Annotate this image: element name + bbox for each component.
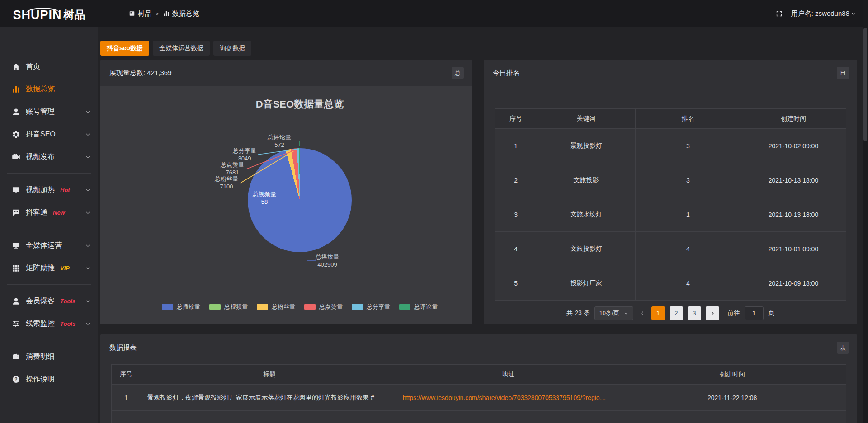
pie-label-5: 总分享量3049 [223,147,266,162]
table-cell: 2021-11-22 12:08 [618,385,846,411]
chevron-down-icon [85,298,91,304]
legend-swatch [304,304,316,310]
ranking-corner-badge[interactable]: 日 [837,67,849,79]
sidebar-item-label: 矩阵助推 [26,263,55,273]
table-cell: 投影灯厂家 [537,266,636,301]
sidebar-item-account-manage[interactable]: 账号管理 [0,100,98,123]
chevron-down-icon [85,265,91,271]
pie-label-2: 总视频量58 [243,190,286,206]
pie-label-value: 3049 [223,155,266,162]
table-cell: 5 [495,266,537,301]
table-cell: 4 [635,232,741,266]
report-panel: 数据报表 表 序号标题地址创建时间1景观投影灯，夜游景观投影灯厂家展示展示落花灯… [100,334,857,423]
page-button-3[interactable]: 3 [688,306,701,320]
tab-media-op-data[interactable]: 全媒体运营数据 [153,41,210,56]
chevron-down-icon [85,210,91,216]
table-row: 2文旅投影32021-10-13 18:00 [495,163,846,197]
scrollbar[interactable] [863,0,868,423]
column-header: 创建时间 [741,109,846,129]
pie-label-3: 总粉丝量7100 [205,175,248,190]
goto-suffix: 页 [768,309,774,317]
pie-label-4: 总点赞量7681 [211,161,254,176]
legend-item-3[interactable]: 总粉丝量 [257,303,295,311]
legend-item-1[interactable]: 总播放量 [162,303,200,311]
table-cell: 4 [635,266,741,301]
legend-label: 总视频量 [224,303,248,311]
sidebar-item-media-operation[interactable]: 全媒体运营 [0,234,98,257]
pie-label-1: 总播放量402909 [306,253,349,268]
data-tabs: 抖音seo数据全媒体运营数据询盘数据 [100,41,857,56]
ranking-panel-title: 今日排名 [484,60,857,86]
table-cell [618,411,846,423]
report-corner-badge[interactable]: 表 [837,342,849,354]
sidebar-divider [7,340,91,340]
report-link[interactable]: https://www.iesdouyin.com/share/video/70… [398,394,618,401]
legend-item-4[interactable]: 总点赞量 [304,303,343,311]
home-icon [12,62,20,71]
goto-label: 前往 [727,309,740,317]
sidebar-item-badge: VIP [60,265,70,272]
table-row: 1景观投影灯32021-10-02 09:00 [495,129,846,163]
chevron-down-icon [85,109,91,115]
chevron-down-icon [85,154,91,160]
table-cell: 2 [495,163,537,197]
table-row: 5投影灯厂家42021-10-09 18:00 [495,266,846,301]
sidebar-item-video-publish[interactable]: 视频发布 [0,146,98,168]
link-cell: https://www.iesdouyin.com/share/video/70… [398,385,618,411]
tab-douyin-seo-data[interactable]: 抖音seo数据 [100,41,149,56]
legend-swatch [209,304,221,310]
pie-label-value: 402909 [306,261,349,268]
pie-label-value: 572 [258,141,301,149]
scrollbar-thumb[interactable] [863,28,867,141]
page-button-1[interactable]: 1 [651,306,665,320]
sidebar-item-label: 视频发布 [26,152,55,162]
column-header: 标题 [141,365,398,385]
sidebar-item-douyin-seo[interactable]: 抖音SEO [0,123,98,146]
legend-item-5[interactable]: 总分享量 [352,303,390,311]
table-row: 4文旅投影灯42021-10-01 09:00 [495,232,846,266]
sidebar-item-data-overview[interactable]: 数据总览 [0,78,98,100]
table-cell: 景观投影灯 [537,129,636,163]
legend-swatch [162,304,173,310]
page-button-2[interactable]: 2 [670,306,683,320]
user-icon [12,108,20,116]
question-icon: ? [12,375,20,384]
table-cell: 文旅投影灯 [537,232,636,266]
sidebar-item-label: 抖客通 [26,208,47,217]
sidebar-item-member-baoke[interactable]: 会员爆客Tools [0,290,98,312]
sidebar-item-douketong[interactable]: 抖客通New [0,201,98,224]
pie-label-6: 总评论量572 [258,133,301,149]
legend-label: 总点赞量 [319,303,343,311]
breadcrumb-label: 数据总览 [172,9,199,18]
table-cell [398,411,618,423]
goto-page-input[interactable] [745,306,764,320]
tab-inquiry-data[interactable]: 询盘数据 [213,41,251,56]
breadcrumb-item-home[interactable]: 树品 [129,9,151,18]
main-content: 抖音seo数据全媒体运营数据询盘数据 展现量总数: 421,369 总 D音SE… [98,27,868,423]
table-cell: 2021-10-09 18:00 [741,266,846,301]
table-cell: 3 [495,197,537,232]
sidebar-item-operation-guide[interactable]: ?操作说明 [0,368,98,390]
overview-corner-badge[interactable]: 总 [452,67,464,79]
logo-text-zh: 树品 [64,8,85,22]
sidebar-item-matrix-boost[interactable]: 矩阵助推VIP [0,257,98,279]
sidebar-item-label: 消费明细 [26,352,55,362]
legend-item-6[interactable]: 总评论量 [399,303,438,311]
chevron-left-icon [640,310,645,316]
fullscreen-icon[interactable] [775,10,783,18]
sidebar-item-home[interactable]: 首页 [0,55,98,78]
page-size-select[interactable]: 10条/页 [594,306,633,320]
breadcrumb-item-current[interactable]: 数据总览 [163,9,199,18]
sidebar-item-consume-detail[interactable]: 消费明细 [0,345,98,368]
sidebar-item-lead-monitor[interactable]: 线索监控Tools [0,312,98,335]
sidebar-item-video-heating[interactable]: 视频加热Hot [0,179,98,201]
legend-item-2[interactable]: 总视频量 [209,303,248,311]
username-menu[interactable]: 用户名: zswodun88 [791,9,856,18]
legend-label: 总播放量 [177,303,200,311]
pagination-total: 共 23 条 [566,309,590,317]
breadcrumb-separator: > [156,10,159,17]
table-row: 3文旅水纹灯12021-10-13 18:00 [495,197,846,232]
ranking-table: 序号关键词排名创建时间1景观投影灯32021-10-02 09:002文旅投影3… [495,108,846,301]
next-page-button[interactable] [706,306,719,320]
prev-page-button[interactable] [638,310,647,316]
